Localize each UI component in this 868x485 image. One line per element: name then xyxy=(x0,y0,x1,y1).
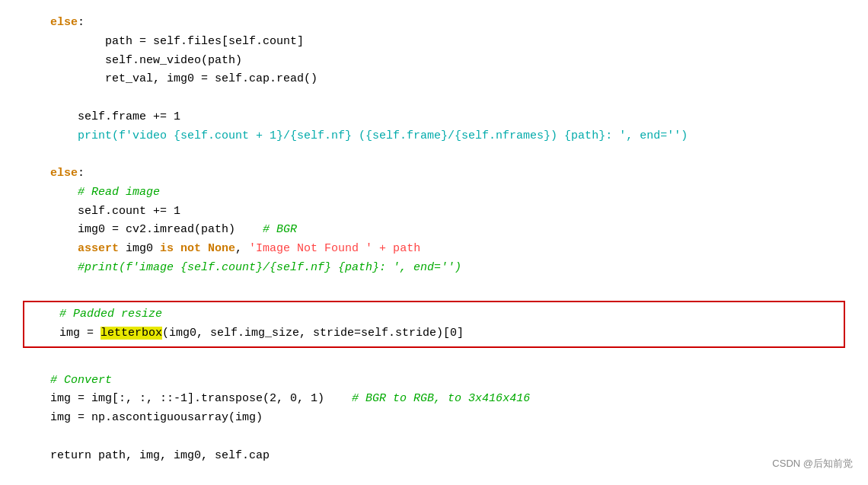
code-line: img = letterbox(img0, self.img_size, str… xyxy=(32,324,836,343)
code-line: print(f'video {self.count + 1}/{self.nf}… xyxy=(23,127,845,146)
code-container: else: path = self.files[self.count] self… xyxy=(0,0,868,479)
code-line: assert img0 is not None, 'Image Not Foun… xyxy=(23,240,845,259)
code-line: # Read image xyxy=(23,183,845,203)
code-line: else: xyxy=(23,14,845,33)
code-line: path = self.files[self.count] xyxy=(23,33,845,52)
code-line xyxy=(23,89,845,108)
code-line: return path, img, img0, self.cap xyxy=(23,447,845,466)
code-line: img = np.ascontiguousarray(img) xyxy=(23,409,845,428)
code-line: # Convert xyxy=(23,372,845,391)
code-line: self.new_video(path) xyxy=(23,52,845,71)
code-line xyxy=(23,428,845,447)
code-line: ret_val, img0 = self.cap.read() xyxy=(23,70,845,89)
code-line: else: xyxy=(23,164,845,183)
code-line: self.count += 1 xyxy=(23,203,845,222)
code-line: #print(f'image {self.count}/{self.nf} {p… xyxy=(23,259,845,278)
code-line xyxy=(23,353,845,372)
code-line xyxy=(23,145,845,164)
code-line: img0 = cv2.imread(path) # BGR xyxy=(23,221,845,240)
code-line: # Padded resize xyxy=(32,305,836,324)
code-line: self.frame += 1 xyxy=(23,108,845,127)
code-line: img = img[:, :, ::-1].transpose(2, 0, 1)… xyxy=(23,390,845,409)
highlighted-block: # Padded resize img = letterbox(img0, se… xyxy=(23,301,845,348)
watermark: CSDN @后知前觉 xyxy=(772,455,853,471)
code-line xyxy=(23,278,845,297)
